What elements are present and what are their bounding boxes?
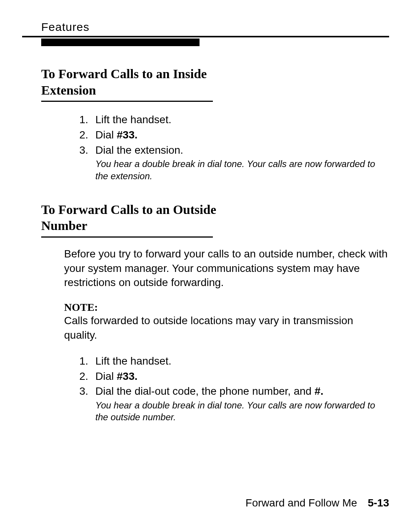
title-line: Number: [41, 219, 87, 233]
list-item: 2. Dial #33.: [79, 369, 389, 384]
list-item: 3. Dial the extension.: [79, 143, 389, 158]
page-footer: Forward and Follow Me 5-13: [246, 497, 389, 509]
list-item: 1. Lift the handset.: [79, 354, 389, 368]
step-note: You hear a double break in dial tone. Yo…: [95, 399, 389, 423]
intro-paragraph: Before you try to forward your calls to …: [64, 247, 389, 290]
step-text: Dial the dial-out code, the phone number…: [95, 385, 314, 397]
note-body: Calls forwarded to outside locations may…: [64, 313, 389, 342]
step-text: Dial: [95, 129, 117, 141]
step-number: 1.: [79, 355, 95, 367]
list-item: 3. Dial the dial-out code, the phone num…: [79, 384, 389, 399]
title-line: To Forward Calls to an Outside: [41, 203, 216, 217]
title-underline: [41, 236, 213, 238]
step-number: 3.: [79, 144, 95, 156]
step-text: Dial the extension.: [95, 144, 183, 156]
footer-section: Forward and Follow Me: [246, 497, 357, 509]
section-title-inside: To Forward Calls to an Inside Extension: [41, 66, 389, 98]
step-text: Dial: [95, 370, 117, 382]
dial-code: #33.: [117, 370, 138, 382]
steps-list-outside: 1. Lift the handset. 2. Dial #33. 3. Dia…: [79, 354, 389, 399]
steps-list-inside: 1. Lift the handset. 2. Dial #33. 3. Dia…: [79, 113, 389, 157]
step-number: 2.: [79, 370, 95, 383]
dial-code: #.: [314, 385, 323, 397]
header-rule: [22, 36, 389, 37]
title-line: Extension: [41, 83, 96, 97]
list-item: 2. Dial #33.: [79, 128, 389, 142]
page-number: 5-13: [368, 497, 389, 509]
step-number: 2.: [79, 129, 95, 141]
step-number: 3.: [79, 385, 95, 397]
header-black-bar: [41, 39, 200, 46]
step-text: Lift the handset.: [95, 355, 171, 367]
list-item: 1. Lift the handset.: [79, 113, 389, 127]
dial-code: #33.: [117, 129, 138, 141]
section-title-outside: To Forward Calls to an Outside Number: [41, 202, 389, 234]
note-label: NOTE:: [64, 301, 389, 313]
step-number: 1.: [79, 114, 95, 126]
step-text: Lift the handset.: [95, 114, 171, 125]
header-label: Features: [41, 21, 389, 34]
title-underline: [41, 101, 213, 102]
title-line: To Forward Calls to an Inside: [41, 67, 207, 81]
step-note: You hear a double break in dial tone. Yo…: [95, 158, 389, 182]
